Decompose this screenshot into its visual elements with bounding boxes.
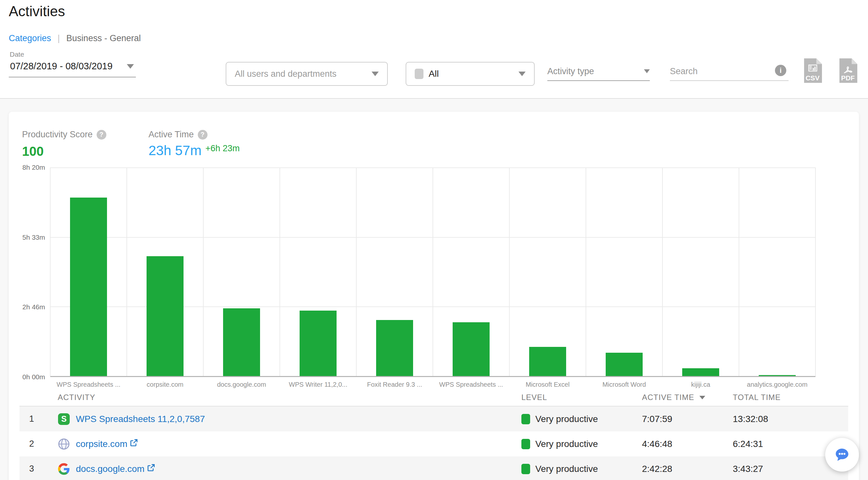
- table-row: 2corpsite.comVery productive4:46:486:24:…: [20, 432, 848, 456]
- x-axis-label: Foxit Reader 9.3 ...: [357, 381, 432, 388]
- chart-bar[interactable]: [376, 320, 413, 376]
- chart-bar[interactable]: [759, 375, 796, 376]
- vertical-gridline: [586, 167, 586, 376]
- table-body: 1SWPS Spreadsheets 11,2,0,7587Very produ…: [20, 407, 848, 480]
- activity-cell: corpsite.com: [58, 438, 512, 450]
- pdf-label: PDF: [841, 74, 855, 81]
- vertical-gridline: [50, 167, 51, 376]
- productivity-level-swatch: [521, 439, 530, 449]
- chart-plot-area: WPS Spreadsheets ...corpsite.comdocs.goo…: [50, 167, 815, 377]
- category-select-value: All: [429, 69, 439, 79]
- chevron-down-icon: [127, 64, 134, 69]
- category-select[interactable]: All: [406, 62, 535, 86]
- activity-type-select[interactable]: Activity type: [547, 62, 650, 81]
- x-axis-label: WPS Spreadsheets ...: [434, 381, 509, 388]
- sort-desc-icon: [700, 396, 705, 399]
- productivity-level-swatch: [521, 414, 530, 424]
- chart-bar[interactable]: [223, 308, 260, 376]
- breadcrumb-categories-link[interactable]: Categories: [9, 33, 51, 43]
- row-rank: 2: [20, 439, 58, 449]
- active-time-row: 23h 57m +6h 23m: [149, 143, 240, 159]
- active-time-cell: 7:07:59: [632, 414, 723, 424]
- activity-link[interactable]: docs.google.com: [76, 464, 155, 474]
- chat-bubble-icon: [833, 445, 851, 464]
- chart-bar[interactable]: [606, 353, 643, 376]
- x-axis-label: kijiji.ca: [663, 381, 738, 388]
- external-link-icon: [129, 439, 138, 447]
- date-range-select[interactable]: 07/28/2019 - 08/03/2019: [9, 61, 136, 77]
- vertical-gridline: [279, 167, 280, 376]
- date-range-value: 07/28/2019 - 08/03/2019: [10, 61, 113, 72]
- info-icon[interactable]: i: [775, 65, 786, 76]
- vertical-gridline: [433, 167, 433, 376]
- users-departments-placeholder: All users and departments: [235, 69, 337, 79]
- x-axis-label: corpsite.com: [127, 381, 203, 388]
- chart-bar[interactable]: [682, 368, 719, 376]
- y-tick-label: 8h 20m: [9, 164, 45, 171]
- y-tick-label: 5h 33m: [9, 234, 45, 241]
- breadcrumb-separator: |: [58, 33, 60, 43]
- bar-chart: WPS Spreadsheets ...corpsite.comdocs.goo…: [9, 167, 859, 377]
- activities-table: ACTIVITY LEVEL ACTIVE TIME TOTAL TIME 1S…: [20, 389, 848, 480]
- active-time-cell: 4:46:48: [632, 439, 723, 449]
- chart-bar[interactable]: [529, 347, 566, 376]
- column-header-activity[interactable]: ACTIVITY: [58, 393, 512, 402]
- active-time-label: Active Time ?: [149, 130, 208, 140]
- chart-bar[interactable]: [70, 198, 107, 376]
- category-color-swatch: [415, 69, 424, 79]
- row-rank: 1: [20, 414, 58, 424]
- productivity-score-label: Productivity Score ?: [22, 130, 106, 140]
- csv-label: CSV: [805, 74, 819, 81]
- x-axis-label: Microsoft Excel: [510, 381, 585, 388]
- chart-bar[interactable]: [147, 256, 184, 376]
- export-pdf-button[interactable]: PDF: [838, 58, 857, 83]
- help-icon[interactable]: ?: [198, 130, 208, 140]
- x-axis-label: WPS Spreadsheets ...: [51, 381, 126, 388]
- activities-page: Activities Categories | Business - Gener…: [0, 0, 868, 480]
- activity-cell: SWPS Spreadsheets 11,2,0,7587: [58, 413, 512, 425]
- table-header-row: ACTIVITY LEVEL ACTIVE TIME TOTAL TIME: [20, 389, 848, 407]
- help-icon[interactable]: ?: [97, 130, 106, 140]
- report-card: Productivity Score ? 100 Active Time ? 2…: [9, 112, 859, 480]
- search-field: [670, 62, 788, 81]
- chevron-down-icon: [372, 72, 379, 76]
- chart-bar[interactable]: [453, 322, 490, 376]
- date-filter-label: Date: [10, 50, 24, 58]
- x-axis-label: Microsoft Word: [587, 381, 662, 388]
- vertical-gridline: [815, 167, 816, 376]
- x-axis-label: docs.google.com: [204, 381, 279, 388]
- level-label: Very productive: [535, 414, 598, 424]
- export-csv-button[interactable]: CSV: [803, 58, 822, 83]
- productivity-level-swatch: [521, 464, 530, 474]
- level-cell: Very productive: [512, 439, 632, 449]
- column-header-active-time[interactable]: ACTIVE TIME: [632, 393, 723, 402]
- external-link-icon: [147, 464, 155, 472]
- column-header-level[interactable]: LEVEL: [512, 393, 632, 402]
- vertical-gridline: [356, 167, 356, 376]
- breadcrumb: Categories | Business - General: [9, 33, 141, 43]
- active-time-value: 23h 57m: [149, 143, 202, 159]
- vertical-gridline: [509, 167, 510, 376]
- wps-spreadsheets-icon: S: [58, 413, 70, 425]
- content-background: Productivity Score ? 100 Active Time ? 2…: [0, 99, 868, 480]
- level-label: Very productive: [535, 464, 598, 474]
- y-tick-label: 2h 46m: [9, 303, 45, 311]
- globe-icon: [58, 438, 70, 450]
- vertical-gridline: [662, 167, 663, 376]
- vertical-gridline: [126, 167, 127, 376]
- activity-type-label: Activity type: [547, 66, 594, 76]
- table-row: 3docs.google.comVery productive2:42:283:…: [20, 456, 848, 480]
- users-departments-select[interactable]: All users and departments: [226, 62, 388, 86]
- vertical-gridline: [203, 167, 204, 376]
- breadcrumb-current: Business - General: [66, 33, 141, 43]
- activity-cell: docs.google.com: [58, 463, 512, 475]
- chart-bar[interactable]: [300, 311, 337, 376]
- column-header-total-time[interactable]: TOTAL TIME: [723, 393, 848, 402]
- search-input[interactable]: [670, 66, 788, 76]
- level-cell: Very productive: [512, 414, 632, 424]
- chat-button[interactable]: [825, 438, 859, 472]
- activity-link[interactable]: corpsite.com: [76, 439, 138, 449]
- y-tick-label: 0h 00m: [9, 373, 45, 381]
- x-axis-label: analytics.google.com: [740, 381, 815, 388]
- activity-link[interactable]: WPS Spreadsheets 11,2,0,7587: [76, 414, 205, 424]
